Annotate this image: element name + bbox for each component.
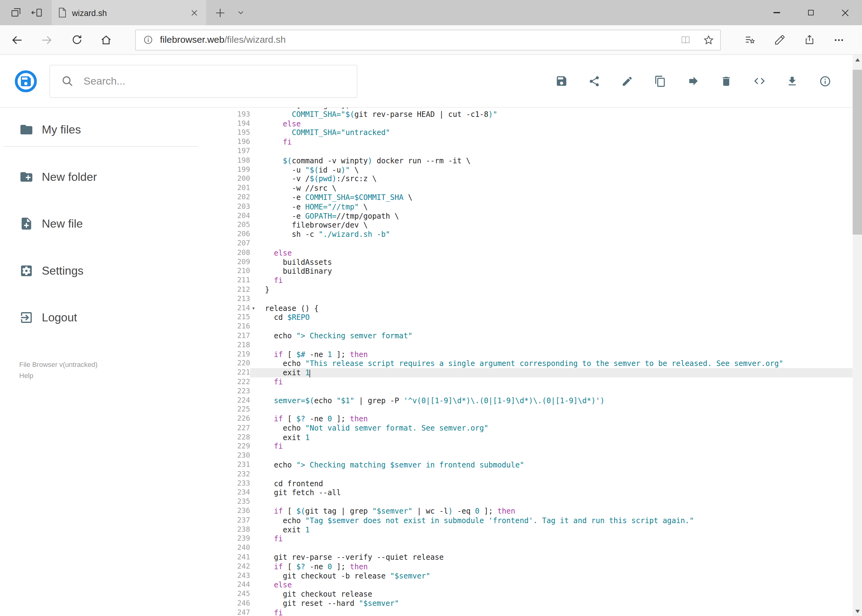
sidebar-item-new-folder[interactable]: New folder	[0, 160, 220, 193]
code-text[interactable]: else	[250, 248, 853, 258]
new-tab-button[interactable]	[210, 0, 230, 25]
delete-button[interactable]	[720, 74, 733, 88]
code-text[interactable]	[250, 544, 853, 553]
move-button[interactable]	[687, 74, 700, 88]
vertical-scrollbar[interactable]	[853, 55, 862, 616]
code-text[interactable]: cd $REPO	[250, 313, 853, 322]
set-tabs-aside-button[interactable]	[27, 0, 47, 25]
sidebar-item-my-files[interactable]: My files	[0, 113, 220, 146]
code-text[interactable]: echo "This release script requires a sin…	[250, 359, 853, 368]
back-button[interactable]	[2, 25, 32, 55]
code-text[interactable]	[250, 387, 853, 396]
sidebar-item-logout[interactable]: Logout	[0, 301, 220, 334]
code-text[interactable]: fi	[250, 377, 853, 387]
code-text[interactable]	[250, 341, 853, 350]
code-text[interactable]: git checkout -b release "$semver"	[250, 571, 853, 580]
copy-button[interactable]	[654, 74, 667, 88]
page-info-icon[interactable]	[136, 35, 160, 45]
download-button[interactable]	[786, 74, 799, 88]
code-text[interactable]: -u "$(id -u)" \	[250, 165, 853, 174]
code-text[interactable]: $(command -v winpty) docker run --rm -it…	[250, 156, 853, 165]
share-button[interactable]	[588, 74, 601, 88]
favorite-button[interactable]	[697, 35, 720, 46]
code-text[interactable]: if [ -d .git ]; then	[250, 108, 853, 110]
code-text[interactable]	[250, 294, 853, 303]
address-field[interactable]: filebrowser.web/files/wizard.sh	[135, 30, 720, 50]
annotate-button[interactable]	[765, 25, 794, 55]
code-text[interactable]: exit 1	[250, 525, 853, 534]
code-text[interactable]: echo "Tag $semver does not exist in subm…	[250, 516, 853, 525]
search-bar[interactable]	[50, 64, 357, 97]
reading-view-button[interactable]	[674, 35, 697, 46]
code-text[interactable]: -v /$(pwd):/src:z \	[250, 174, 853, 184]
edit-button[interactable]	[621, 74, 634, 88]
window-maximize-button[interactable]	[794, 0, 828, 25]
code-text[interactable]: if [ $(git tag | grep "$semver" | wc -l)…	[250, 506, 853, 516]
code-text[interactable]: if [ $? -ne 0 ]; then	[250, 562, 853, 571]
code-text[interactable]	[250, 470, 853, 479]
code-text[interactable]: fi	[250, 276, 853, 285]
code-text[interactable]: -e COMMIT_SHA=$COMMIT_SHA \	[250, 193, 853, 202]
code-text[interactable]: git rev-parse --verify --quiet release	[250, 553, 853, 562]
code-text[interactable]: filebrowser/dev \	[250, 220, 853, 230]
fold-caret-down-icon[interactable]: ▾	[252, 303, 255, 313]
code-text[interactable]: fi	[250, 608, 853, 616]
code-text[interactable]: fi	[250, 442, 853, 451]
code-text[interactable]: fi	[250, 137, 853, 147]
code-text[interactable]: }	[250, 285, 853, 294]
code-text[interactable]: buildBinary	[250, 267, 853, 276]
raw-code-button[interactable]	[753, 74, 766, 88]
help-link[interactable]: Help	[19, 372, 33, 380]
tab-list-button[interactable]	[230, 0, 251, 25]
scrollbar-thumb[interactable]	[853, 70, 862, 235]
scroll-up-button[interactable]	[853, 55, 862, 64]
code-text[interactable]	[250, 497, 853, 506]
code-text[interactable]: echo "Not valid semver format. See semve…	[250, 423, 853, 433]
code-text[interactable]: COMMIT_SHA="untracked"	[250, 128, 853, 137]
hub-button[interactable]	[735, 25, 764, 55]
code-text[interactable]	[250, 147, 853, 156]
code-text[interactable]: cd frontend	[250, 479, 853, 488]
info-button[interactable]	[819, 74, 832, 88]
code-text[interactable]: -w //src \	[250, 184, 853, 193]
more-button[interactable]	[824, 25, 854, 55]
sidebar-item-settings[interactable]: Settings	[0, 255, 220, 287]
code-text[interactable]: exit 1	[250, 433, 853, 442]
code-text[interactable]: git checkout release	[250, 589, 853, 599]
code-text[interactable]: echo "> Checking semver format"	[250, 331, 853, 341]
code-text[interactable]: semver=$(echo "$1" | grep -P '^v(0|[1-9]…	[250, 396, 853, 405]
code-text[interactable]: -e GOPATH=//tmp/gopath \	[250, 211, 853, 220]
code-text[interactable]: exit 1	[250, 368, 853, 377]
code-text[interactable]: if [ $# -ne 1 ]; then	[250, 350, 853, 359]
code-editor[interactable]: if [ -d .git ]; then193 COMMIT_SHA="$(gi…	[220, 108, 853, 616]
code-text[interactable]	[250, 451, 853, 460]
code-text[interactable]	[250, 239, 853, 248]
code-text[interactable]: echo "> Checking matching $semver in fro…	[250, 460, 853, 470]
code-text[interactable]	[250, 322, 853, 331]
save-button[interactable]	[555, 74, 568, 88]
scroll-down-button[interactable]	[853, 607, 862, 616]
code-text[interactable]: else	[250, 580, 853, 589]
code-text[interactable]	[250, 405, 853, 414]
app-logo[interactable]	[15, 70, 36, 92]
refresh-button[interactable]	[61, 25, 91, 55]
code-text[interactable]: git reset --hard "$semver"	[250, 599, 853, 608]
code-text[interactable]: COMMIT_SHA="$(git rev-parse HEAD | cut -…	[250, 110, 853, 119]
code-text[interactable]: release () {	[250, 303, 853, 313]
code-text[interactable]: -e HOME="//tmp" \	[250, 202, 853, 211]
forward-button[interactable]	[32, 25, 61, 55]
code-text[interactable]: sh -c "./wizard.sh -b"	[250, 230, 853, 239]
code-text[interactable]: if [ $? -ne 0 ]; then	[250, 414, 853, 423]
window-close-button[interactable]	[828, 0, 862, 25]
sidebar-item-new-file[interactable]: New file	[0, 207, 220, 240]
tab-close-icon[interactable]	[189, 7, 200, 18]
tab-preview-button[interactable]	[6, 0, 27, 25]
window-minimize-button[interactable]	[760, 0, 794, 25]
code-text[interactable]: else	[250, 119, 853, 128]
home-button[interactable]	[91, 25, 121, 55]
code-text[interactable]: git fetch --all	[250, 488, 853, 497]
code-text[interactable]: buildAssets	[250, 258, 853, 267]
code-text[interactable]: fi	[250, 534, 853, 544]
browser-tab[interactable]: wizard.sh	[52, 0, 206, 25]
share-page-button[interactable]	[794, 25, 824, 55]
